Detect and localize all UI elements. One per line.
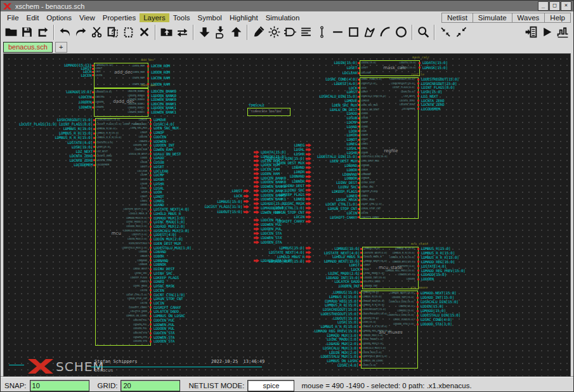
- zoom-out-arrows-button[interactable]: [453, 24, 469, 40]
- netlist-mode-input[interactable]: [247, 380, 294, 391]
- maximize-icon[interactable]: □: [549, 1, 560, 11]
- net-label[interactable]: LDCEN: [3, 74, 91, 77]
- net-label[interactable]: LDSRCALU_DIN[15:0]: [262, 95, 357, 98]
- redo-button[interactable]: [73, 24, 89, 40]
- net-label[interactable]: LDDOEN_STA: [153, 339, 174, 343]
- undo-button[interactable]: [57, 24, 73, 40]
- menu-edit[interactable]: Edit: [23, 13, 43, 22]
- net-label[interactable]: LDCODEMEM: [3, 163, 93, 167]
- net-label[interactable]: LDSET: [153, 165, 164, 169]
- net-label[interactable]: LDDEST[4:0]: [262, 82, 357, 86]
- menu-symbol[interactable]: Symbol: [194, 13, 226, 22]
- rectangle-button[interactable]: [346, 24, 362, 40]
- sun-button[interactable]: [266, 24, 282, 40]
- menu-view[interactable]: View: [75, 13, 99, 22]
- net-label[interactable]: LDCEN_ROM: [151, 64, 170, 68]
- menu-simulation[interactable]: Simulation: [262, 13, 304, 22]
- grid-input[interactable]: [121, 380, 180, 391]
- net-label[interactable]: LDMBUS_R_R_R[15:0]: [421, 256, 459, 259]
- pop-up-button[interactable]: [228, 24, 244, 40]
- net-label[interactable]: LDCK: [262, 86, 357, 90]
- help-button[interactable]: Help: [544, 13, 571, 23]
- net-label[interactable]: LDCLEAR: [262, 71, 357, 75]
- net-label[interactable]: LDZ_NEXT: [3, 150, 93, 154]
- net-label[interactable]: LDMADD_REG_PREV[15:0]: [263, 329, 358, 333]
- waves-button[interactable]: [555, 24, 571, 40]
- net-label[interactable]: LDDESTREGOUT[15:0]: [263, 312, 358, 316]
- net-label[interactable]: LDCEN: [153, 289, 164, 292]
- menu-layers[interactable]: Layers: [140, 13, 169, 22]
- net-label[interactable]: LDSRCREGOUT[15:0]: [3, 118, 93, 122]
- net-label[interactable]: LDCODEMEM: [421, 107, 440, 111]
- titlebar[interactable]: xschem - benacus.sch _ □ ×: [1, 1, 573, 11]
- snap-input[interactable]: [30, 380, 89, 391]
- net-label[interactable]: LDDOEN_INT: [264, 284, 360, 288]
- net-label[interactable]: LDSTATE[4:0]: [421, 265, 447, 268]
- net-label[interactable]: LDMADD_NEXT[15:0]: [209, 259, 304, 263]
- net-label[interactable]: LDZ_NEXT: [421, 95, 438, 98]
- net-label[interactable]: LDXOR: [262, 133, 357, 137]
- net-label[interactable]: LDAND: [262, 125, 357, 129]
- net-label[interactable]: LDDOEN_STA: [261, 240, 282, 244]
- net-label[interactable]: LDDWEN: [3, 105, 91, 109]
- net-label[interactable]: LDMBUS_R[15:0]: [3, 127, 93, 131]
- polygon-button[interactable]: [362, 24, 377, 40]
- net-label[interactable]: LDBNAND: [209, 174, 304, 178]
- net-label[interactable]: LDDOEN: [421, 277, 434, 281]
- net-label[interactable]: LDSRC_MASK: [209, 202, 304, 206]
- net-label[interactable]: LDOEN_ROM: [151, 70, 170, 74]
- net-label[interactable]: LDMBUS_R_R_R[15:0]: [3, 136, 93, 140]
- net-label[interactable]: LDSRC[4:0]: [263, 363, 358, 367]
- menu-file[interactable]: File: [3, 13, 23, 22]
- net-label[interactable]: LDEN_DEST_MUX: [153, 242, 181, 245]
- reload-button[interactable]: [35, 24, 51, 40]
- net-label[interactable]: LDRST: [264, 263, 360, 267]
- zoom-box-button[interactable]: [415, 24, 431, 40]
- net-label[interactable]: LDOR: [262, 129, 357, 133]
- net-label[interactable]: LDMBUS_R_R[15:0]: [3, 131, 93, 135]
- descend-symbol-button[interactable]: [212, 24, 228, 40]
- net-label[interactable]: LDDADD[15:8]: [3, 90, 91, 94]
- net-label[interactable]: LDCMP: [262, 121, 357, 124]
- net-label[interactable]: LDDWEN_BANK1: [151, 110, 176, 114]
- net-label[interactable]: LDRUN_STOP_CNT: [209, 211, 304, 214]
- schematic-canvas[interactable]: add_decadd_decLDMADD[15:13]LDMADD[15:13]…: [3, 53, 571, 377]
- circle-button[interactable]: [393, 24, 409, 40]
- menu-properties[interactable]: Properties: [99, 13, 140, 22]
- menu-highlight[interactable]: Highlight: [226, 13, 262, 22]
- net-label[interactable]: LDSUB: [262, 116, 357, 120]
- net-label[interactable]: LDMBUS_R[15:0]: [263, 295, 358, 299]
- net-label[interactable]: LDEN_SRC_MUX: [262, 103, 357, 107]
- net-label[interactable]: LDDIN[15:0]: [262, 61, 357, 65]
- wire-button[interactable]: [314, 24, 330, 40]
- net-label[interactable]: LDDCEN_PUL: [153, 318, 174, 322]
- text-button[interactable]: [298, 24, 314, 40]
- tab-benacus[interactable]: benacus.sch: [3, 42, 53, 53]
- net-label[interactable]: LDNEQ: [209, 197, 304, 201]
- net-label[interactable]: LDDCEN: [153, 135, 166, 139]
- netlist-button[interactable]: Netlist: [441, 13, 473, 23]
- net-label[interactable]: LDMBUS_R_R[15:0]: [421, 251, 455, 255]
- new-tab-button[interactable]: +: [55, 42, 67, 53]
- simulate-button[interactable]: Simulate: [473, 13, 512, 23]
- net-label[interactable]: LDMASK[15:0]: [422, 66, 448, 70]
- net-label[interactable]: LDDATA[15:0]: [422, 61, 448, 65]
- delete-button[interactable]: [136, 24, 152, 40]
- net-label[interactable]: LDBNOR: [209, 180, 304, 183]
- net-label[interactable]: LDCUST_FLAGS[31:9] LDINT_FLAGS[8:0]: [3, 122, 93, 126]
- net-label[interactable]: LDKEEP_FLAGS: [209, 193, 304, 197]
- insert-symbol-button[interactable]: [282, 24, 298, 40]
- net-label[interactable]: LDINV_SRC: [209, 188, 304, 192]
- swap-button[interactable]: [174, 24, 190, 40]
- net-label[interactable]: LDDCEN: [3, 95, 91, 99]
- net-label[interactable]: LDCEN_RAM: [151, 76, 170, 80]
- copy-button[interactable]: [105, 24, 121, 40]
- open-button[interactable]: [3, 24, 19, 40]
- net-label[interactable]: LDSTATE[4:0]: [3, 141, 93, 145]
- net-label[interactable]: LDSET: [262, 66, 357, 70]
- netlist-doc-button[interactable]: [523, 24, 539, 40]
- waves-button[interactable]: Waves: [512, 13, 545, 23]
- net-label[interactable]: LDSRCALU_MUX[3:0]: [263, 346, 358, 350]
- net-label[interactable]: LDNOT: [262, 138, 357, 141]
- save-button[interactable]: [19, 24, 35, 40]
